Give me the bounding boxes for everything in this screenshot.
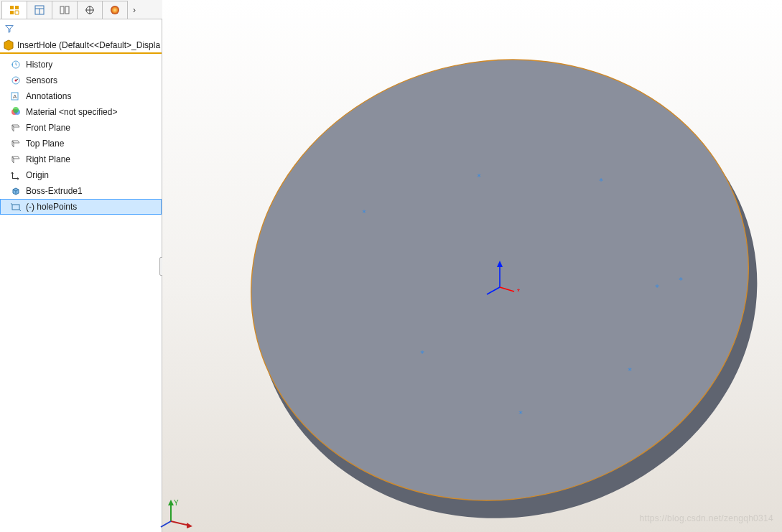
property-manager-icon [34,4,45,16]
tree-item-label: Boss-Extrude1 [26,186,83,196]
part-icon [3,39,14,51]
svg-point-21 [210,14,782,532]
sketch-icon [10,201,22,213]
feature-tree-icon [9,4,20,16]
svg-text:*: * [420,349,425,358]
svg-marker-36 [168,500,174,505]
panel-tabstrip: › [0,0,164,19]
tab-configuration-manager[interactable] [52,1,78,19]
svg-point-8 [111,6,119,14]
svg-marker-38 [187,523,192,528]
svg-text:*: * [362,208,367,218]
tree-item-holepoints[interactable]: (-) holePoints [0,199,162,215]
svg-text:*: * [517,288,520,296]
plane-icon [10,122,22,134]
tree-item-sensors[interactable]: Sensors [0,73,162,88]
tree-item-front-plane[interactable]: Front Plane [0,120,162,136]
tree-filter[interactable] [0,19,162,38]
tree-item-history[interactable]: History [0,57,162,73]
tree-item-annotations[interactable]: AAnnotations [0,88,162,104]
model-scene: * * * * * * * * * [162,0,782,532]
dimxpert-icon [84,4,96,16]
tree-root-label: InsertHole (Default<<Default>_Displa [17,40,160,50]
tab-feature-tree[interactable] [1,1,27,19]
configuration-manager-icon [59,4,70,16]
view-orientation-triad: Y [165,498,194,529]
display-manager-icon [109,4,121,16]
svg-rect-17 [12,205,19,210]
tree-item-top-plane[interactable]: Top Plane [0,136,162,151]
svg-text:*: * [599,177,604,186]
history-icon [10,59,22,70]
plane-icon [10,154,22,165]
tree-item-label: History [26,60,52,70]
graphics-viewport[interactable]: * * * * * * * * * https://blog.csdn.net/… [162,0,782,532]
tree-item-label: Sensors [26,75,57,85]
funnel-icon [4,24,14,34]
annotations-icon: A [10,90,22,102]
tree-item-origin[interactable]: Origin [0,167,162,183]
plane-icon [10,138,22,149]
tree-item-label: (-) holePoints [26,202,77,212]
tree-item-label: Front Plane [26,123,70,133]
tab-property-manager[interactable] [27,1,52,19]
tree-item-boss-extrude1[interactable]: Boss-Extrude1 [0,183,162,199]
svg-point-16 [13,107,19,113]
material-icon [10,106,22,118]
axis-y-label: Y [174,499,179,507]
extrude-icon [10,185,22,197]
svg-rect-4 [65,6,69,14]
tab-overflow[interactable]: › [127,1,141,19]
svg-text:*: * [477,172,482,182]
tree-item-label: Top Plane [26,139,64,149]
svg-text:*: * [628,366,633,375]
svg-text:A: A [13,93,17,100]
svg-line-18 [11,203,12,205]
svg-text:*: * [518,409,523,419]
svg-rect-3 [60,6,64,14]
tree-item-material-not-specified[interactable]: Material <not specified> [0,104,162,120]
tree-item-label: Material <not specified> [26,107,117,117]
sensors-icon [10,75,22,86]
tree-root[interactable]: InsertHole (Default<<Default>_Displa [0,38,162,52]
tree-item-label: Origin [26,170,49,180]
tree-item-right-plane[interactable]: Right Plane [0,151,162,167]
origin-icon [10,169,22,181]
root-separator [0,52,162,54]
tab-dimxpert[interactable] [77,1,103,19]
feature-tree: HistorySensorsAAnnotationsMaterial <not … [0,55,162,215]
chevron-right-icon: › [133,5,136,15]
tab-display-manager[interactable] [102,1,128,19]
svg-text:*: * [679,276,684,285]
svg-line-19 [19,210,21,211]
feature-tree-panel: › InsertHole (Default<<Default>_Displa H… [0,0,162,532]
tree-item-label: Annotations [26,91,71,101]
svg-text:*: * [655,283,660,292]
tree-item-label: Right Plane [26,154,70,164]
